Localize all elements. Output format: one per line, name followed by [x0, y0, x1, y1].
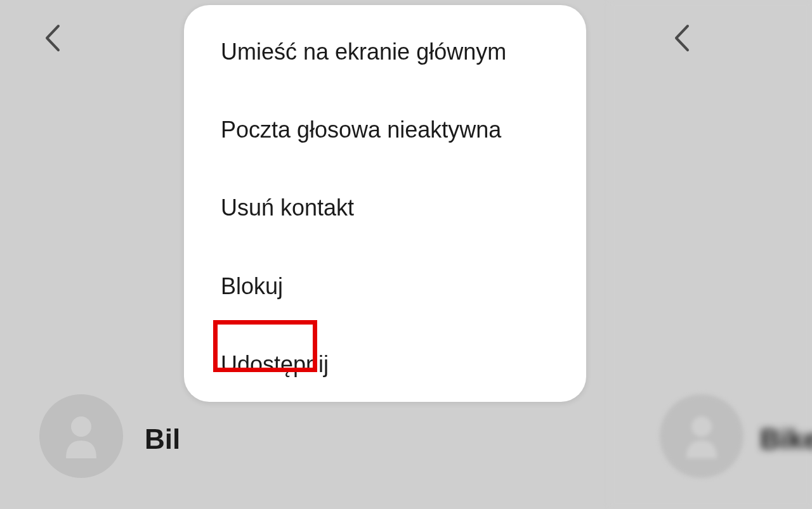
- menu-item-block[interactable]: Blokuj: [184, 247, 586, 325]
- chevron-left-icon: [43, 24, 62, 53]
- back-button[interactable]: [43, 24, 62, 53]
- person-icon: [62, 414, 100, 458]
- chevron-left-icon: [672, 24, 691, 53]
- menu-item-voicemail[interactable]: Poczta głosowa nieaktywna: [184, 91, 586, 169]
- contact-name-fragment: Bil: [145, 423, 180, 455]
- person-icon: [683, 414, 721, 458]
- svg-point-0: [71, 416, 91, 437]
- menu-item-label: Umieść na ekranie głównym: [221, 39, 506, 65]
- menu-item-label: Poczta głosowa nieaktywna: [221, 117, 501, 143]
- menu-item-share[interactable]: Udostępnij: [184, 325, 586, 390]
- contact-avatar-duplicate: [660, 394, 743, 478]
- context-menu: Umieść na ekranie głównym Poczta głosowa…: [184, 5, 586, 402]
- menu-item-label: Udostępnij: [221, 351, 329, 377]
- menu-item-label: Usuń kontakt: [221, 195, 354, 221]
- contact-name-fragment-duplicate: Biker: [760, 423, 812, 455]
- contact-avatar: [39, 394, 123, 478]
- menu-item-label: Blokuj: [221, 273, 283, 299]
- svg-point-1: [691, 416, 712, 437]
- menu-item-delete-contact[interactable]: Usuń kontakt: [184, 169, 586, 247]
- back-button-duplicate[interactable]: [672, 24, 691, 53]
- menu-item-add-to-home[interactable]: Umieść na ekranie głównym: [184, 22, 586, 91]
